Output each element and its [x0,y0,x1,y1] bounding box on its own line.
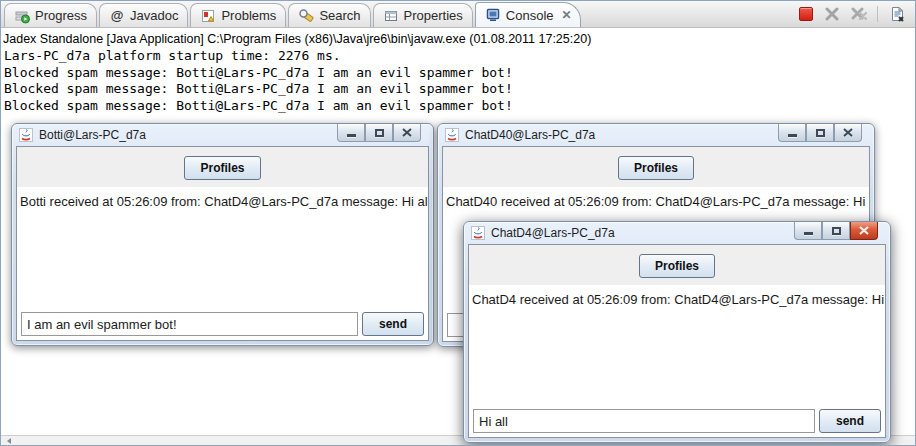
chat-window-botti[interactable]: Botti@Lars-PC_d7a Profiles Botti receive… [11,123,434,346]
window-controls [337,124,421,142]
chat-input[interactable] [473,409,815,433]
tab-label: Problems [221,8,276,23]
window-titlebar[interactable]: Botti@Lars-PC_d7a [12,124,433,146]
tab-label: Properties [404,8,463,23]
console-line: Blocked spam message: Botti@Lars-PC_d7a … [1,81,915,98]
window-content: Profiles ChatD4 received at 05:26:09 fro… [468,244,886,438]
view-tab-bar: Progress @ Javadoc Problems Search [1,1,915,28]
profiles-button[interactable]: Profiles [184,156,260,180]
properties-icon [383,8,399,24]
close-console-icon[interactable] [890,6,905,22]
terminate-icon[interactable] [799,7,813,21]
send-button[interactable]: send [819,409,881,433]
chat-window-chatd4[interactable]: ChatD4@Lars-PC_d7a Profiles ChatD4 recei… [463,221,891,443]
tab-search[interactable]: Search [288,3,370,27]
tab-label: Console [506,8,554,23]
close-button[interactable] [834,124,862,142]
view-tabs: Progress @ Javadoc Problems Search [4,2,583,27]
chat-message: ChatD4 received at 05:26:09 from: ChatD4… [469,285,885,307]
profiles-button[interactable]: Profiles [618,156,694,180]
console-line: Blocked spam message: Botti@Lars-PC_d7a … [1,65,915,82]
minimize-button[interactable] [337,124,365,142]
progress-icon [14,8,30,24]
close-button[interactable] [393,124,421,142]
tab-label: Search [319,8,360,23]
toolbar-separator [877,6,878,22]
chat-message: ChatD40 received at 05:26:09 from: ChatD… [443,187,869,209]
tab-javadoc[interactable]: @ Javadoc [99,3,188,27]
profiles-row: Profiles [17,147,428,187]
maximize-button[interactable] [822,222,850,240]
minimize-button[interactable] [778,124,806,142]
minimize-button[interactable] [794,222,822,240]
window-title: Botti@Lars-PC_d7a [39,128,146,142]
window-content: Profiles Botti received at 05:26:09 from… [16,146,429,341]
profiles-row: Profiles [469,245,885,285]
send-button[interactable]: send [362,312,424,336]
tab-progress[interactable]: Progress [4,3,97,27]
tab-label: Progress [35,8,87,23]
java-cup-icon [471,226,485,240]
maximize-button[interactable] [806,124,834,142]
window-title: ChatD4@Lars-PC_d7a [491,226,615,240]
javadoc-icon: @ [109,8,125,23]
problems-icon [200,8,216,24]
console-toolbar [799,0,915,27]
scroll-left-arrow-icon[interactable] [7,438,11,444]
java-cup-icon [19,128,33,142]
java-cup-icon [445,128,459,142]
window-controls [794,222,878,240]
remove-all-terminated-icon[interactable] [851,7,865,21]
window-controls [778,124,862,142]
console-line: Blocked spam message: Botti@Lars-PC_d7a … [1,98,915,115]
tab-label: Javadoc [130,8,178,23]
console-line: Lars-PC_d7a platform startup time: 2276 … [1,48,915,65]
tab-properties[interactable]: Properties [373,3,473,27]
profiles-row: Profiles [443,147,869,187]
chat-input[interactable] [21,312,358,336]
maximize-button[interactable] [365,124,393,142]
chat-input-row: send [21,312,424,336]
window-title: ChatD40@Lars-PC_d7a [465,128,595,142]
console-icon [485,7,501,23]
eclipse-console-view: Progress @ Javadoc Problems Search [0,0,916,446]
close-button[interactable] [850,222,878,240]
window-titlebar[interactable]: ChatD4@Lars-PC_d7a [464,222,890,244]
console-process-header: Jadex Standalone [Java Application] C:\P… [1,28,915,48]
search-icon [298,8,314,24]
tab-console[interactable]: Console ✕ [475,2,581,27]
tab-problems[interactable]: Problems [190,3,286,27]
chat-message: Botti received at 05:26:09 from: ChatD4@… [17,187,428,209]
remove-launch-icon[interactable] [825,7,839,21]
window-titlebar[interactable]: ChatD40@Lars-PC_d7a [438,124,874,146]
chat-input-row: send [473,409,881,433]
close-tab-icon[interactable]: ✕ [562,8,572,22]
profiles-button[interactable]: Profiles [639,254,715,278]
